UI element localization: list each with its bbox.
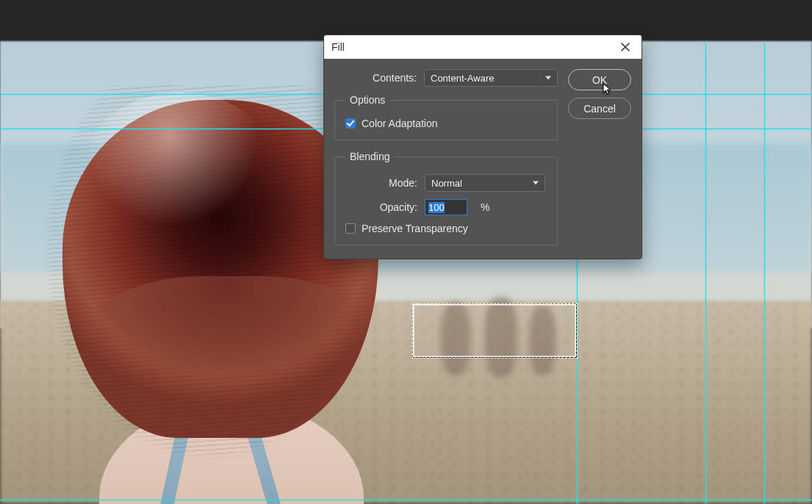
dialog-titlebar[interactable]: Fill — [324, 35, 642, 59]
checkbox-icon — [345, 118, 356, 129]
opacity-label: Opacity: — [345, 201, 417, 213]
mode-label: Mode: — [345, 177, 417, 189]
checkbox-icon — [345, 223, 356, 234]
contents-label: Contents: — [334, 72, 417, 84]
fill-dialog: Fill Contents: Content-Aware Options Col… — [323, 35, 642, 259]
guide-vertical[interactable] — [705, 41, 706, 504]
options-legend: Options — [345, 94, 389, 106]
contents-select[interactable]: Content-Aware — [424, 69, 558, 87]
mode-select[interactable]: Normal — [425, 174, 545, 192]
mode-select-value: Normal — [431, 178, 462, 189]
close-icon[interactable] — [617, 38, 634, 56]
preserve-transparency-label: Preserve Transparency — [362, 223, 468, 234]
ok-button[interactable]: OK — [568, 69, 631, 90]
color-adaptation-checkbox[interactable]: Color Adaptation — [345, 118, 547, 129]
guide-vertical[interactable] — [764, 41, 765, 504]
dialog-title: Fill — [331, 41, 345, 53]
preserve-transparency-checkbox[interactable]: Preserve Transparency — [345, 223, 547, 234]
options-group: Options Color Adaptation — [334, 94, 558, 140]
selection-marquee[interactable] — [412, 303, 577, 358]
cancel-button[interactable]: Cancel — [568, 98, 631, 119]
color-adaptation-label: Color Adaptation — [362, 118, 438, 129]
contents-select-value: Content-Aware — [431, 73, 494, 84]
blending-group: Blending Mode: Normal Opacity: % Preserv… — [334, 151, 558, 245]
opacity-unit: % — [481, 201, 489, 213]
opacity-input[interactable] — [425, 199, 467, 215]
blending-legend: Blending — [345, 151, 395, 162]
guide-horizontal[interactable] — [0, 500, 812, 500]
